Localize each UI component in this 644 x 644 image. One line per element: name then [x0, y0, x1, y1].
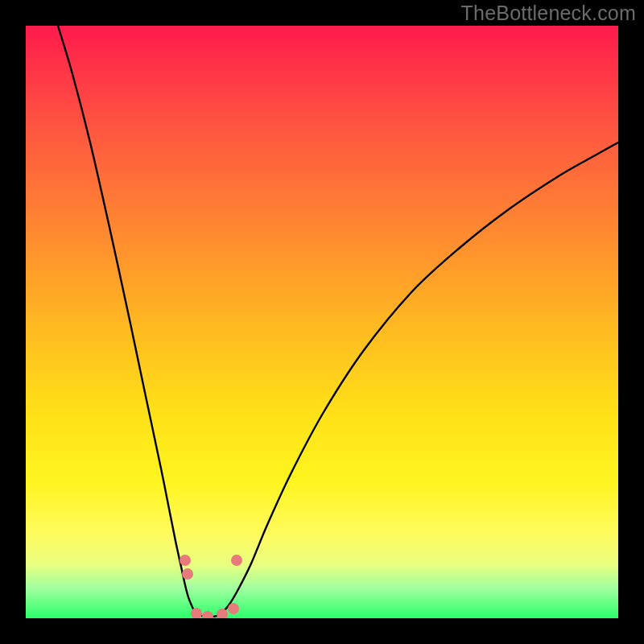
curve-svg	[26, 26, 618, 618]
highlight-dot	[217, 609, 228, 618]
highlight-dot	[228, 603, 239, 614]
outer-frame: TheBottleneck.com	[0, 0, 644, 644]
highlight-dots-group	[180, 555, 242, 618]
highlight-dot	[202, 611, 213, 618]
curve-left-branch	[58, 26, 206, 617]
curve-right-branch	[206, 142, 618, 617]
highlight-dot	[231, 555, 242, 566]
highlight-dot	[182, 568, 193, 580]
watermark-text: TheBottleneck.com	[461, 2, 636, 25]
highlight-dot	[180, 555, 191, 566]
plot-area	[26, 26, 618, 618]
